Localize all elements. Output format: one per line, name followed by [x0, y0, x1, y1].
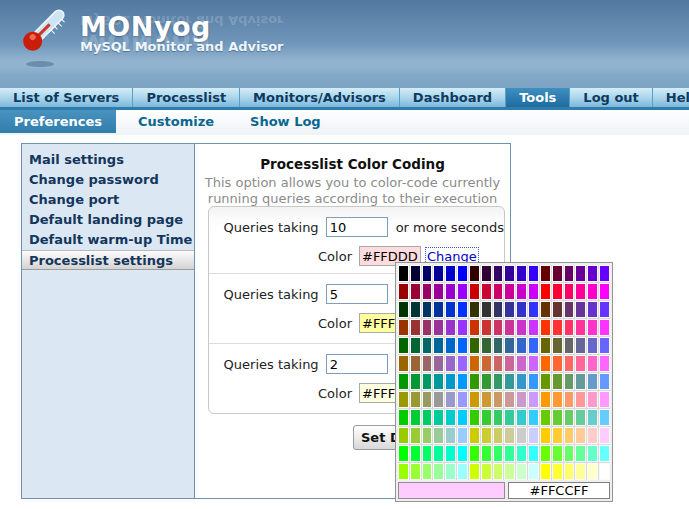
color-swatch[interactable]: [552, 337, 563, 354]
color-swatch[interactable]: [575, 265, 586, 282]
color-swatch[interactable]: [516, 373, 527, 390]
color-swatch[interactable]: [469, 445, 480, 462]
color-swatch[interactable]: [481, 283, 492, 300]
color-swatch[interactable]: [504, 265, 515, 282]
color-swatch[interactable]: [457, 427, 468, 444]
sidebar-item-change-password[interactable]: Change password: [22, 170, 194, 190]
sidebar-item-default-landing-page[interactable]: Default landing page: [22, 210, 194, 230]
color-swatch[interactable]: [481, 265, 492, 282]
color-swatch[interactable]: [398, 319, 409, 336]
color-swatch[interactable]: [469, 337, 480, 354]
color-swatch[interactable]: [564, 373, 575, 390]
sub-tab-show-log[interactable]: Show Log: [236, 110, 335, 133]
color-swatch[interactable]: [457, 265, 468, 282]
color-swatch[interactable]: [481, 337, 492, 354]
color-swatch[interactable]: [587, 301, 598, 318]
color-swatch[interactable]: [433, 463, 444, 480]
color-swatch[interactable]: [599, 319, 610, 336]
color-swatch[interactable]: [599, 391, 610, 408]
color-swatch[interactable]: [493, 319, 504, 336]
color-swatch[interactable]: [493, 265, 504, 282]
color-swatch[interactable]: [540, 265, 551, 282]
color-swatch[interactable]: [587, 373, 598, 390]
color-swatch[interactable]: [528, 391, 539, 408]
color-swatch[interactable]: [552, 265, 563, 282]
color-swatch[interactable]: [575, 319, 586, 336]
color-swatch[interactable]: [528, 301, 539, 318]
color-swatch[interactable]: [540, 319, 551, 336]
color-swatch[interactable]: [504, 337, 515, 354]
color-swatch[interactable]: [469, 265, 480, 282]
color-swatch[interactable]: [587, 355, 598, 372]
color-swatch[interactable]: [552, 301, 563, 318]
color-swatch[interactable]: [422, 373, 433, 390]
color-swatch[interactable]: [599, 409, 610, 426]
color-swatch[interactable]: [410, 355, 421, 372]
color-swatch[interactable]: [445, 283, 456, 300]
color-swatch[interactable]: [457, 337, 468, 354]
color-swatch[interactable]: [587, 427, 598, 444]
color-swatch[interactable]: [599, 355, 610, 372]
color-swatch[interactable]: [410, 409, 421, 426]
color-swatch[interactable]: [564, 445, 575, 462]
color-swatch[interactable]: [504, 463, 515, 480]
color-swatch[interactable]: [433, 283, 444, 300]
color-swatch[interactable]: [433, 409, 444, 426]
color-swatch[interactable]: [516, 445, 527, 462]
color-swatch[interactable]: [564, 427, 575, 444]
color-hex-input[interactable]: [508, 482, 610, 499]
color-swatch[interactable]: [469, 283, 480, 300]
color-swatch[interactable]: [552, 427, 563, 444]
color-swatch[interactable]: [398, 463, 409, 480]
color-swatch[interactable]: [564, 337, 575, 354]
color-swatch[interactable]: [433, 337, 444, 354]
color-swatch[interactable]: [552, 355, 563, 372]
color-swatch[interactable]: [528, 283, 539, 300]
color-swatch[interactable]: [433, 445, 444, 462]
color-swatch[interactable]: [457, 373, 468, 390]
color-swatch[interactable]: [481, 355, 492, 372]
color-swatch[interactable]: [587, 391, 598, 408]
color-swatch[interactable]: [552, 283, 563, 300]
color-swatch[interactable]: [469, 373, 480, 390]
color-swatch[interactable]: [552, 445, 563, 462]
color-swatch[interactable]: [398, 337, 409, 354]
color-swatch[interactable]: [575, 445, 586, 462]
color-swatch[interactable]: [493, 301, 504, 318]
color-swatch[interactable]: [422, 283, 433, 300]
color-swatch[interactable]: [552, 373, 563, 390]
color-swatch[interactable]: [410, 283, 421, 300]
color-swatch[interactable]: [445, 445, 456, 462]
color-swatch[interactable]: [481, 445, 492, 462]
color-swatch[interactable]: [575, 373, 586, 390]
color-swatch[interactable]: [398, 301, 409, 318]
color-swatch[interactable]: [457, 301, 468, 318]
nav-tab-list-of-servers[interactable]: List of Servers: [0, 88, 133, 107]
color-swatch[interactable]: [422, 301, 433, 318]
color-swatch[interactable]: [599, 283, 610, 300]
nav-tab-monitors-advisors[interactable]: Monitors/Advisors: [240, 88, 400, 107]
color-swatch[interactable]: [445, 409, 456, 426]
color-swatch[interactable]: [433, 373, 444, 390]
sidebar-item-default-warm-up-time[interactable]: Default warm-up Time: [22, 230, 194, 250]
color-swatch[interactable]: [469, 319, 480, 336]
color-swatch[interactable]: [445, 355, 456, 372]
color-swatch[interactable]: [564, 319, 575, 336]
color-swatch[interactable]: [564, 265, 575, 282]
color-swatch[interactable]: [398, 355, 409, 372]
color-swatch[interactable]: [528, 445, 539, 462]
color-swatch[interactable]: [575, 427, 586, 444]
color-swatch[interactable]: [469, 427, 480, 444]
color-swatch[interactable]: [599, 265, 610, 282]
color-swatch[interactable]: [433, 319, 444, 336]
color-swatch[interactable]: [469, 409, 480, 426]
color-swatch[interactable]: [528, 373, 539, 390]
color-swatch[interactable]: [528, 355, 539, 372]
color-swatch[interactable]: [445, 301, 456, 318]
color-swatch[interactable]: [599, 445, 610, 462]
color-swatch[interactable]: [552, 463, 563, 480]
color-swatch[interactable]: [422, 427, 433, 444]
color-swatch[interactable]: [564, 409, 575, 426]
color-swatch[interactable]: [540, 337, 551, 354]
color-swatch[interactable]: [516, 301, 527, 318]
